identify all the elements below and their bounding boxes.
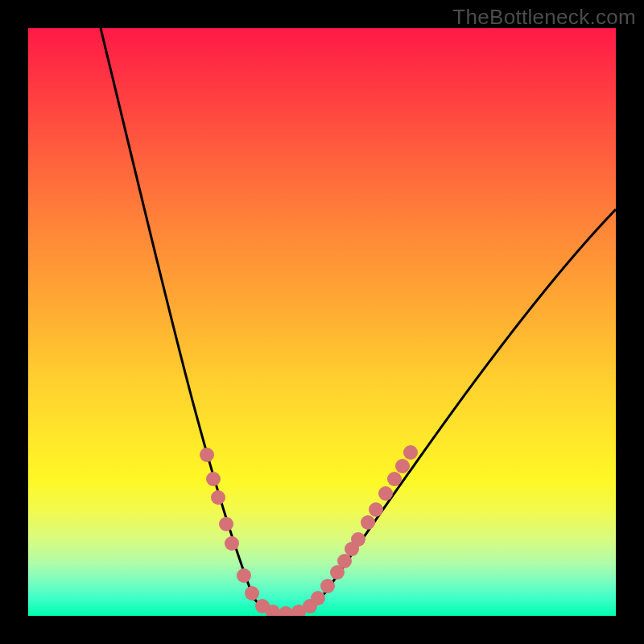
data-marker bbox=[206, 472, 221, 486]
data-marker bbox=[337, 554, 352, 568]
data-marker bbox=[320, 579, 335, 593]
watermark-text: TheBottleneck.com bbox=[452, 5, 636, 30]
left-curve bbox=[101, 28, 286, 613]
data-marker bbox=[311, 591, 325, 605]
right-curve bbox=[286, 209, 616, 613]
data-marker bbox=[200, 448, 214, 462]
data-marker bbox=[279, 606, 293, 616]
data-marker bbox=[361, 515, 375, 530]
plot-area bbox=[28, 28, 616, 616]
data-marker bbox=[245, 586, 259, 601]
data-marker bbox=[369, 502, 383, 517]
data-marker bbox=[395, 459, 410, 473]
data-marker bbox=[351, 532, 365, 547]
data-marker bbox=[225, 536, 239, 551]
curve-layer bbox=[28, 28, 616, 616]
data-marker bbox=[387, 472, 402, 486]
data-marker bbox=[219, 517, 233, 531]
data-marker bbox=[237, 568, 251, 583]
chart-frame: TheBottleneck.com bbox=[0, 0, 644, 644]
data-marker bbox=[211, 490, 225, 505]
data-marker bbox=[378, 486, 393, 501]
data-marker bbox=[403, 445, 418, 460]
marker-group bbox=[200, 445, 418, 616]
